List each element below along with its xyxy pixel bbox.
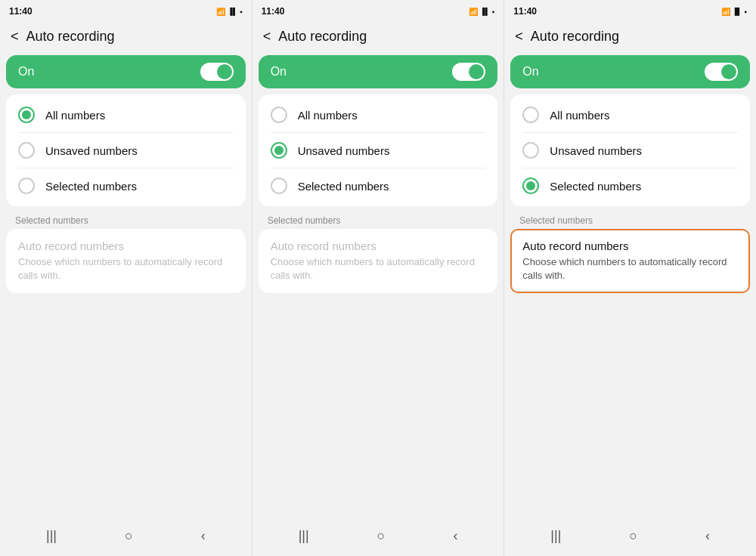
battery-icon: ▪ xyxy=(744,8,747,16)
radio-circle-0 xyxy=(271,107,287,123)
options-card: All numbers Unsaved numbers Selected num… xyxy=(6,94,246,206)
toggle-label: On xyxy=(522,65,538,79)
toggle-row[interactable]: On xyxy=(259,55,498,88)
toggle-knob xyxy=(217,64,232,79)
wifi-icon: 📶 xyxy=(721,8,730,16)
status-icons: 📶 ▐▌ ▪ xyxy=(721,8,747,16)
bottom-nav: ||| ○ ‹ xyxy=(504,519,756,556)
radio-label-1: Unsaved numbers xyxy=(550,144,642,157)
radio-option-2[interactable]: Selected numbers xyxy=(6,168,246,203)
signal-icon: ▐▌ xyxy=(733,8,742,15)
radio-label-0: All numbers xyxy=(298,109,358,122)
auto-record-card[interactable]: Auto record numbers Choose which numbers… xyxy=(259,229,498,293)
auto-record-card[interactable]: Auto record numbers Choose which numbers… xyxy=(6,229,246,293)
phone-panel-1: 11:40 📶 ▐▌ ▪ < Auto recording On All num… xyxy=(0,0,253,556)
section-label: Selected numbers xyxy=(265,215,492,226)
toggle-switch[interactable] xyxy=(200,63,234,81)
radio-label-2: Selected numbers xyxy=(45,180,137,193)
back-button[interactable]: < xyxy=(11,29,19,45)
section-label: Selected numbers xyxy=(516,215,744,226)
auto-record-title: Auto record numbers xyxy=(18,239,234,252)
section-label: Selected numbers xyxy=(12,215,240,226)
page-title: Auto recording xyxy=(531,29,619,45)
auto-record-desc: Choose which numbers to automatically re… xyxy=(18,255,234,283)
toggle-row[interactable]: On xyxy=(510,55,750,88)
radio-option-2[interactable]: Selected numbers xyxy=(510,168,750,203)
back-nav-button[interactable]: ‹ xyxy=(453,528,457,544)
radio-option-0[interactable]: All numbers xyxy=(6,97,246,132)
radio-circle-1 xyxy=(271,142,287,159)
radio-option-1[interactable]: Unsaved numbers xyxy=(259,133,498,168)
app-header: < Auto recording xyxy=(253,21,504,52)
back-nav-button[interactable]: ‹ xyxy=(201,528,206,544)
signal-icon: ▐▌ xyxy=(228,8,237,15)
radio-circle-0 xyxy=(522,107,539,123)
radio-label-1: Unsaved numbers xyxy=(45,144,138,157)
radio-option-1[interactable]: Unsaved numbers xyxy=(510,133,750,168)
toggle-label: On xyxy=(18,65,34,79)
radio-circle-2 xyxy=(271,178,287,194)
bottom-nav: ||| ○ ‹ xyxy=(0,519,252,556)
radio-option-0[interactable]: All numbers xyxy=(510,97,750,132)
menu-button[interactable]: ||| xyxy=(299,528,309,544)
battery-icon: ▪ xyxy=(492,8,495,16)
radio-label-0: All numbers xyxy=(45,109,105,122)
phone-panel-2: 11:40 📶 ▐▌ ▪ < Auto recording On All num… xyxy=(253,0,505,556)
radio-option-0[interactable]: All numbers xyxy=(259,97,498,132)
auto-record-title: Auto record numbers xyxy=(522,239,738,252)
status-icons: 📶 ▐▌ ▪ xyxy=(469,8,494,16)
toggle-row[interactable]: On xyxy=(6,55,246,88)
wifi-icon: 📶 xyxy=(469,8,478,16)
back-button[interactable]: < xyxy=(263,29,271,45)
home-button[interactable]: ○ xyxy=(629,528,637,544)
auto-record-desc: Choose which numbers to automatically re… xyxy=(522,255,738,283)
home-button[interactable]: ○ xyxy=(125,528,133,544)
status-time: 11:40 xyxy=(9,6,33,17)
radio-circle-1 xyxy=(522,142,539,159)
radio-circle-0 xyxy=(18,107,35,123)
toggle-switch[interactable] xyxy=(705,63,738,81)
toggle-label: On xyxy=(271,65,287,79)
radio-label-0: All numbers xyxy=(550,109,609,122)
radio-option-1[interactable]: Unsaved numbers xyxy=(6,133,246,168)
status-time: 11:40 xyxy=(513,6,537,17)
back-nav-button[interactable]: ‹ xyxy=(705,528,710,544)
signal-icon: ▐▌ xyxy=(480,8,490,15)
status-bar: 11:40 📶 ▐▌ ▪ xyxy=(0,0,252,21)
radio-label-2: Selected numbers xyxy=(298,180,389,193)
back-button[interactable]: < xyxy=(515,29,523,45)
toggle-switch[interactable] xyxy=(452,63,485,81)
auto-record-card[interactable]: Auto record numbers Choose which numbers… xyxy=(510,229,750,293)
radio-circle-2 xyxy=(18,178,35,194)
auto-record-desc: Choose which numbers to automatically re… xyxy=(271,255,486,283)
page-title: Auto recording xyxy=(26,29,115,45)
radio-circle-1 xyxy=(18,142,35,159)
phone-panel-3: 11:40 📶 ▐▌ ▪ < Auto recording On All num… xyxy=(504,0,756,556)
page-title: Auto recording xyxy=(278,29,367,45)
toggle-knob xyxy=(721,64,736,79)
radio-label-2: Selected numbers xyxy=(550,180,641,193)
status-bar: 11:40 📶 ▐▌ ▪ xyxy=(253,0,504,21)
home-button[interactable]: ○ xyxy=(377,528,386,544)
menu-button[interactable]: ||| xyxy=(46,528,57,544)
status-bar: 11:40 📶 ▐▌ ▪ xyxy=(504,0,756,21)
radio-label-1: Unsaved numbers xyxy=(298,144,390,157)
toggle-knob xyxy=(469,64,484,79)
radio-circle-2 xyxy=(522,178,539,194)
battery-icon: ▪ xyxy=(240,8,243,16)
status-time: 11:40 xyxy=(262,6,285,17)
radio-option-2[interactable]: Selected numbers xyxy=(259,168,498,203)
auto-record-title: Auto record numbers xyxy=(271,239,486,252)
options-card: All numbers Unsaved numbers Selected num… xyxy=(510,94,750,206)
app-header: < Auto recording xyxy=(0,21,252,52)
menu-button[interactable]: ||| xyxy=(550,528,561,544)
wifi-icon: 📶 xyxy=(216,8,225,16)
status-icons: 📶 ▐▌ ▪ xyxy=(216,8,242,16)
app-header: < Auto recording xyxy=(504,21,756,52)
bottom-nav: ||| ○ ‹ xyxy=(253,519,504,556)
options-card: All numbers Unsaved numbers Selected num… xyxy=(259,94,498,206)
